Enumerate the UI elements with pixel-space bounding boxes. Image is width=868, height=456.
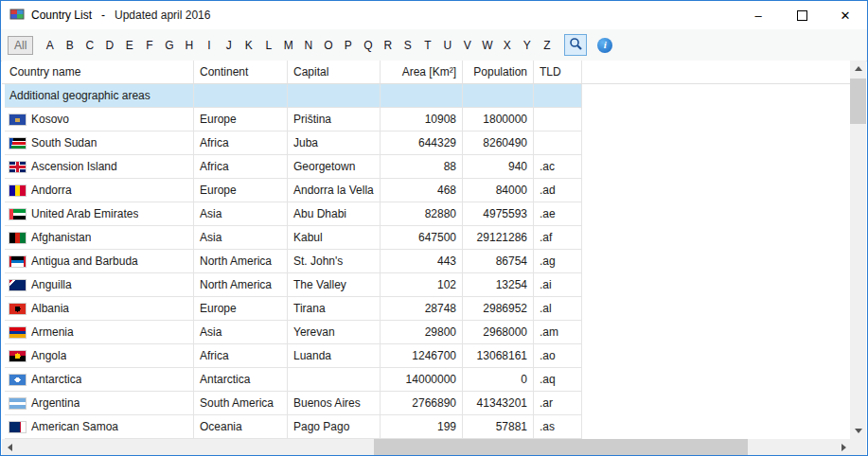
table-row-south-sudan[interactable]: South SudanAfricaJuba6443298260490	[5, 132, 582, 155]
tld-cell: .as	[534, 415, 582, 438]
population-cell: 2968000	[463, 321, 534, 343]
group-row-additional-areas[interactable]: Additional geographic areas	[5, 84, 582, 108]
table-row-united-arab-emirates[interactable]: United Arab EmiratesAsiaAbu Dhabi8288049…	[5, 202, 582, 226]
table-row-andorra[interactable]: AndorraEuropeAndorra la Vella46884000.ad	[5, 179, 582, 202]
scroll-up-button[interactable]	[850, 61, 866, 77]
table-body: KosovoEuropePriština109081800000South Su…	[5, 108, 866, 439]
column-header-tld[interactable]: TLD	[534, 61, 582, 83]
name-cell: Afghanistan	[5, 226, 194, 249]
capital-cell: Luanda	[288, 344, 381, 367]
letter-filter-q[interactable]: Q	[358, 39, 378, 52]
column-header-area[interactable]: Area [Km²]	[381, 61, 463, 83]
letter-filter-i[interactable]: I	[199, 39, 219, 52]
letter-filter-s[interactable]: S	[398, 39, 417, 52]
scroll-down-button[interactable]	[850, 423, 866, 439]
letter-filter-x[interactable]: X	[497, 39, 517, 52]
app-icon	[9, 8, 25, 23]
window-title: Country List	[31, 9, 92, 22]
area-cell: 14000000	[381, 368, 463, 391]
population-cell: 13254	[463, 273, 534, 296]
continent-cell: Oceania	[194, 415, 288, 438]
table-header: Country nameContinentCapitalArea [Km²]Po…	[2, 61, 852, 84]
column-header-continent[interactable]: Continent	[194, 61, 288, 83]
letter-filter-c[interactable]: C	[80, 39, 99, 52]
table-row-afghanistan[interactable]: AfghanistanAsiaKabul64750029121286.af	[5, 226, 582, 250]
country-flag-icon	[9, 209, 26, 219]
area-cell: 199	[381, 415, 463, 438]
letter-filter-l[interactable]: L	[258, 39, 278, 52]
letter-filter-j[interactable]: J	[219, 39, 239, 52]
tld-cell: .ag	[534, 250, 582, 272]
country-flag-icon	[9, 304, 26, 314]
letter-filter-k[interactable]: K	[239, 39, 258, 52]
capital-cell: Buenos Aires	[288, 392, 381, 414]
search-button[interactable]	[564, 34, 587, 56]
table-row-ascension-island[interactable]: Ascension IslandAfricaGeorgetown88940.ac	[5, 155, 582, 179]
maximize-button[interactable]	[780, 1, 824, 29]
name-cell: American Samoa	[5, 415, 194, 438]
country-flag-icon	[9, 138, 26, 149]
country-name: Argentina	[31, 396, 80, 410]
column-header-population[interactable]: Population	[463, 61, 534, 83]
letter-filter-o[interactable]: O	[318, 39, 338, 52]
table-row-antarctica[interactable]: AntarcticaAntarctica140000000.aq	[5, 368, 582, 392]
filter-all-button[interactable]: All	[8, 36, 33, 55]
column-header-name[interactable]: Country name	[5, 61, 194, 83]
table-row-antigua-and-barbuda[interactable]: Antigua and BarbudaNorth AmericaSt. John…	[5, 250, 582, 273]
letter-filter-u[interactable]: U	[437, 39, 457, 52]
letter-filter-e[interactable]: E	[119, 39, 139, 52]
table-row-albania[interactable]: AlbaniaEuropeTirana287482986952.al	[5, 297, 582, 321]
letter-filter-m[interactable]: M	[278, 39, 298, 52]
population-cell: 940	[463, 155, 534, 178]
table-row-american-samoa[interactable]: American SamoaOceaniaPago Pago19957881.a…	[5, 415, 582, 439]
letter-filter-bar: ABCDEFGHIJKLMNOPQRSTUVWXYZ	[40, 39, 557, 52]
table-row-argentina[interactable]: ArgentinaSouth AmericaBuenos Aires276689…	[5, 392, 582, 415]
country-name: United Arab Emirates	[31, 207, 138, 220]
letter-filter-y[interactable]: Y	[517, 39, 537, 52]
app-window: Country List - Updated april 2016 – ✕ Al…	[0, 0, 868, 456]
name-cell: South Sudan	[5, 132, 194, 154]
info-button[interactable]: i	[597, 38, 612, 53]
letter-filter-h[interactable]: H	[179, 39, 199, 52]
letter-filter-b[interactable]: B	[60, 39, 80, 52]
tld-cell: .ae	[534, 202, 582, 225]
population-cell: 4975593	[463, 202, 534, 225]
capital-cell: Yerevan	[288, 321, 381, 343]
tld-cell: .aq	[534, 368, 582, 391]
area-cell: 647500	[381, 226, 463, 249]
letter-filter-r[interactable]: R	[378, 39, 398, 52]
capital-cell	[288, 368, 381, 391]
minimize-button[interactable]: –	[736, 1, 780, 29]
letter-filter-n[interactable]: N	[298, 39, 318, 52]
letter-filter-g[interactable]: G	[159, 39, 179, 52]
country-flag-icon	[9, 185, 26, 196]
horizontal-scrollbar-thumb[interactable]	[374, 439, 748, 455]
table-row-armenia[interactable]: ArmeniaAsiaYerevan298002968000.am	[5, 321, 582, 344]
letter-filter-a[interactable]: A	[40, 39, 60, 52]
table-rows: Additional geographic areas KosovoEurope…	[2, 84, 866, 439]
letter-filter-z[interactable]: Z	[537, 39, 557, 52]
scroll-left-button[interactable]	[2, 439, 18, 455]
close-button[interactable]: ✕	[824, 1, 867, 29]
vertical-scrollbar[interactable]	[850, 61, 866, 439]
table-row-kosovo[interactable]: KosovoEuropePriština109081800000	[5, 108, 582, 132]
continent-cell: Asia	[194, 321, 288, 343]
letter-filter-v[interactable]: V	[457, 39, 477, 52]
area-cell: 82880	[381, 202, 463, 225]
population-cell: 1800000	[463, 108, 534, 131]
letter-filter-t[interactable]: T	[417, 39, 437, 52]
horizontal-scrollbar[interactable]	[2, 439, 852, 455]
letter-filter-d[interactable]: D	[99, 39, 119, 52]
table-row-anguilla[interactable]: AnguillaNorth AmericaThe Valley10213254.…	[5, 273, 582, 297]
letter-filter-p[interactable]: P	[338, 39, 358, 52]
letter-filter-w[interactable]: W	[477, 39, 497, 52]
title-separator: -	[101, 9, 105, 22]
tld-cell: .af	[534, 226, 582, 249]
letter-filter-f[interactable]: F	[139, 39, 159, 52]
country-name: Antarctica	[31, 373, 81, 386]
continent-cell: North America	[194, 250, 288, 272]
continent-cell: Europe	[194, 297, 288, 320]
vertical-scrollbar-thumb[interactable]	[850, 79, 866, 124]
column-header-capital[interactable]: Capital	[288, 61, 381, 83]
table-row-angola[interactable]: AngolaAfricaLuanda124670013068161.ao	[5, 344, 582, 368]
